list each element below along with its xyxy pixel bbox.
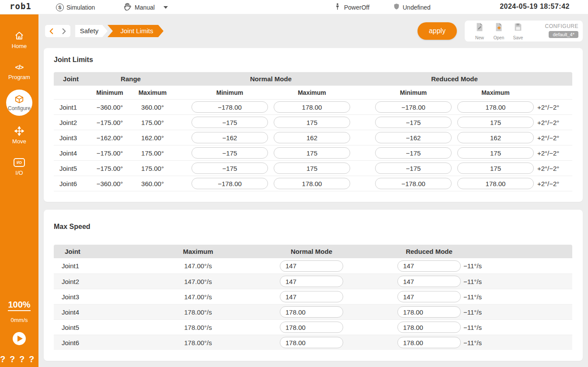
apply-button[interactable]: apply: [418, 22, 457, 40]
history-nav: [45, 25, 70, 37]
open-button[interactable]: Open: [490, 22, 508, 41]
reduced-max-input[interactable]: [457, 178, 534, 189]
reduced-mode-input[interactable]: [397, 276, 461, 287]
reduced-mode-input[interactable]: [397, 337, 461, 348]
max-speed-row: Joint1 147.00°/s −11°/s: [54, 258, 572, 274]
robot-name: rob1: [10, 1, 31, 11]
joint-limits-row: Joint1 −360.00° 360.00° +2°/−2°: [54, 99, 572, 114]
mode-selector[interactable]: Manual: [123, 0, 168, 14]
unknown-icon-4[interactable]: ?: [29, 354, 38, 364]
unknown-icon-1[interactable]: ?: [0, 354, 10, 364]
normal-max-input[interactable]: [274, 117, 350, 128]
reduced-min-input[interactable]: [375, 178, 452, 189]
tolerance-label: +2°/−2°: [534, 104, 572, 111]
configure-panel-title: CONFIGURE: [545, 23, 579, 29]
tolerance-label: −11°/s: [461, 293, 572, 301]
joint-label: Joint6: [54, 339, 159, 346]
range-max-value: 360.00°: [132, 104, 174, 111]
safety-status[interactable]: Undefined: [393, 0, 431, 14]
joint-label: Joint4: [54, 308, 159, 316]
subcol-reduced-min: Minimum: [375, 89, 452, 96]
save-button[interactable]: Save: [509, 22, 527, 41]
range-max-value: 162.00°: [132, 134, 174, 142]
maximum-value: 178.00°/s: [159, 324, 237, 331]
breadcrumb-safety[interactable]: Safety: [75, 25, 108, 37]
normal-max-input[interactable]: [274, 132, 350, 143]
reduced-min-input[interactable]: [375, 163, 452, 174]
reduced-min-input[interactable]: [375, 147, 452, 159]
tolerance-label: −11°/s: [461, 324, 572, 331]
tolerance-label: −11°/s: [461, 278, 572, 285]
reduced-min-input[interactable]: [375, 101, 452, 113]
range-min-value: −175.00°: [88, 149, 132, 157]
normal-max-input[interactable]: [274, 147, 350, 159]
max-speed-row: Joint4 178.00°/s −11°/s: [54, 304, 572, 319]
joint-label: Joint5: [54, 165, 88, 172]
speed-readout: 0mm/s: [0, 317, 38, 323]
joint-limits-row: Joint6 −360.00° 360.00° +2°/−2°: [54, 176, 572, 191]
new-button[interactable]: New: [471, 22, 488, 41]
joint-label: Joint6: [54, 180, 88, 187]
reduced-max-input[interactable]: [457, 117, 534, 128]
sidebar-item-io[interactable]: I/O I/O: [0, 157, 38, 176]
power-status[interactable]: PowerOff: [334, 0, 369, 14]
normal-mode-input[interactable]: [280, 291, 343, 302]
main-content: Safety Joint Limits apply New Open Save: [38, 14, 588, 367]
reduced-mode-input[interactable]: [397, 322, 461, 333]
normal-max-input[interactable]: [274, 178, 350, 189]
datetime: 2024-05-19 18:57:42: [500, 3, 570, 10]
range-max-value: 175.00°: [132, 149, 174, 157]
sidebar-item-home[interactable]: Home: [0, 31, 38, 49]
tolerance-label: +2°/−2°: [534, 119, 572, 126]
joint-label: Joint3: [54, 134, 88, 142]
reduced-max-input[interactable]: [457, 132, 534, 143]
configure-panel: New Open Save CONFIGURE default_4*: [465, 21, 583, 42]
max-speed-table: Joint Maximum Normal Mode Reduced Mode J…: [54, 245, 572, 350]
reduced-max-input[interactable]: [457, 101, 534, 113]
profile-badge[interactable]: default_4*: [549, 31, 578, 38]
normal-mode-input[interactable]: [280, 260, 343, 272]
unknown-icon-2[interactable]: ?: [10, 354, 19, 364]
normal-mode-input[interactable]: [280, 276, 343, 287]
sidebar-item-move[interactable]: Move: [0, 126, 38, 145]
simulation-label: Simulation: [66, 4, 95, 11]
reduced-min-input[interactable]: [375, 132, 452, 143]
reduced-min-input[interactable]: [375, 117, 452, 128]
breadcrumb-joint-limits[interactable]: Joint Limits: [108, 25, 164, 37]
back-button[interactable]: [45, 25, 58, 37]
col-joint: Joint: [54, 248, 159, 255]
normal-mode-input[interactable]: [280, 337, 343, 348]
reduced-mode-input[interactable]: [397, 306, 461, 318]
reduced-mode-input[interactable]: [397, 260, 461, 272]
normal-min-input[interactable]: [191, 147, 268, 159]
normal-min-input[interactable]: [191, 132, 268, 143]
sidebar-item-program[interactable]: </> Program: [0, 62, 38, 80]
new-label: New: [475, 35, 484, 40]
normal-min-input[interactable]: [191, 117, 268, 128]
normal-max-input[interactable]: [274, 163, 350, 174]
speed-percentage[interactable]: 100%: [0, 300, 38, 310]
range-max-value: 175.00°: [132, 165, 174, 172]
reduced-max-input[interactable]: [457, 147, 534, 159]
normal-mode-input[interactable]: [280, 306, 343, 318]
normal-min-input[interactable]: [191, 163, 268, 174]
max-speed-header: Joint Maximum Normal Mode Reduced Mode: [54, 245, 572, 258]
forward-button[interactable]: [58, 25, 70, 37]
normal-max-input[interactable]: [274, 101, 350, 113]
unknown-icon-3[interactable]: ?: [19, 354, 29, 364]
simulation-status[interactable]: S Simulation: [56, 0, 95, 14]
subcol-range-max: Maximum: [132, 89, 174, 96]
chevron-down-icon: [164, 6, 168, 9]
reduced-max-input[interactable]: [457, 163, 534, 174]
play-button[interactable]: [13, 332, 26, 345]
normal-min-input[interactable]: [191, 178, 268, 189]
subcol-normal-min: Minimum: [191, 89, 268, 96]
reduced-mode-input[interactable]: [397, 291, 461, 302]
sidebar-item-configure[interactable]: Configure: [0, 90, 38, 116]
maximum-value: 147.00°/s: [159, 278, 237, 285]
range-min-value: −175.00°: [88, 119, 132, 126]
normal-min-input[interactable]: [191, 101, 268, 113]
normal-mode-input[interactable]: [280, 322, 343, 333]
col-reduced-mode: Reduced Mode: [397, 248, 461, 255]
safety-label: Undefined: [403, 4, 431, 11]
